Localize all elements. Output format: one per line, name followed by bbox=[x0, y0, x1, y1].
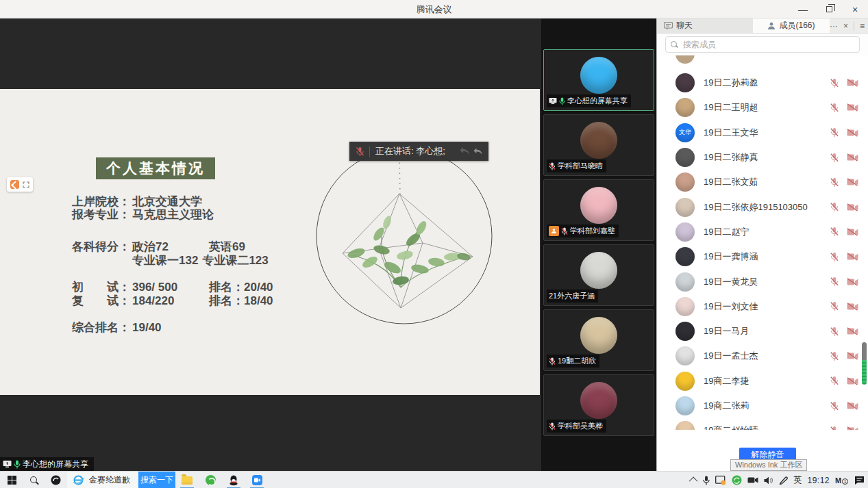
mic-muted-icon[interactable] bbox=[830, 202, 839, 212]
taskbar-app-qq[interactable] bbox=[222, 472, 245, 488]
undo-arrow-icon[interactable] bbox=[460, 146, 472, 156]
mic-muted-icon[interactable] bbox=[830, 351, 839, 361]
member-row[interactable]: 19日一黄龙昊 bbox=[657, 269, 868, 294]
member-row[interactable]: 19日二赵宁 bbox=[657, 220, 868, 244]
tray-windows-ink-icon[interactable] bbox=[779, 476, 788, 485]
news-search-button[interactable]: 搜索一下 bbox=[138, 472, 175, 488]
tab-members[interactable]: 成员(166) bbox=[753, 18, 830, 33]
camera-muted-icon[interactable] bbox=[847, 402, 858, 410]
camera-muted-icon[interactable] bbox=[847, 253, 858, 261]
tray-mic-icon[interactable] bbox=[703, 476, 710, 485]
language-indicator[interactable]: 英 bbox=[793, 474, 802, 486]
minimize-button[interactable]: — bbox=[790, 0, 816, 18]
tray-volume-icon[interactable] bbox=[764, 476, 773, 485]
panel-close-button[interactable]: × bbox=[843, 22, 848, 30]
video-tile[interactable]: 学科部刘嘉璧 bbox=[543, 179, 654, 241]
mic-muted-icon[interactable] bbox=[830, 426, 839, 430]
member-row[interactable]: 文华 19日二王文华 bbox=[657, 120, 868, 145]
tray-screenshot-icon[interactable] bbox=[715, 476, 726, 485]
video-tile[interactable]: 19翻二胡欣 bbox=[543, 309, 654, 371]
slide-line-scores: 各科得分：政治72英语69 bbox=[72, 240, 245, 253]
mic-muted-icon[interactable] bbox=[830, 401, 839, 411]
mic-muted-icon[interactable] bbox=[830, 252, 839, 262]
taskbar-clock[interactable]: 19:12 bbox=[807, 476, 830, 485]
member-row[interactable]: 19日二张文茹 bbox=[657, 170, 868, 194]
taskbar-app-meeting[interactable] bbox=[245, 472, 269, 488]
expand-icon[interactable] bbox=[23, 181, 29, 188]
camera-muted-icon[interactable] bbox=[847, 103, 858, 112]
member-status-icons bbox=[830, 202, 858, 212]
mic-muted-icon[interactable] bbox=[830, 301, 839, 311]
member-status-icons bbox=[830, 351, 858, 361]
more-button[interactable]: ··· bbox=[830, 22, 838, 30]
screen-share-icon bbox=[3, 460, 12, 468]
action-center-icon[interactable] bbox=[854, 476, 865, 485]
camera-muted-icon[interactable] bbox=[847, 178, 858, 186]
restore-button[interactable] bbox=[816, 0, 842, 18]
camera-muted-icon[interactable] bbox=[847, 228, 858, 236]
member-row[interactable]: 19商二赵怡晴 bbox=[657, 418, 868, 430]
camera-muted-icon[interactable] bbox=[847, 129, 858, 137]
member-row[interactable]: 19日一龚博涵 bbox=[657, 244, 868, 269]
member-row[interactable]: 19商二张莉 bbox=[657, 394, 868, 418]
panel-menu-button[interactable]: ≡ bbox=[860, 22, 865, 30]
member-row[interactable]: 19日二张静真 bbox=[657, 145, 868, 170]
camera-muted-icon[interactable] bbox=[847, 79, 858, 87]
member-status-icons bbox=[830, 326, 858, 337]
mic-muted-icon[interactable] bbox=[830, 127, 839, 138]
slide-line-exam1: 初 试：396/ 500排名：20/40 bbox=[72, 281, 273, 294]
start-button[interactable] bbox=[0, 472, 23, 488]
member-row[interactable]: 19日二王明超 bbox=[657, 95, 868, 120]
camera-muted-icon[interactable] bbox=[847, 352, 858, 360]
member-row[interactable]: 19日一孟士杰 bbox=[657, 344, 868, 368]
annotation-pen-icon[interactable] bbox=[10, 180, 19, 189]
member-row[interactable]: 19日二张依婷1915103050 bbox=[657, 194, 868, 219]
mic-muted-icon[interactable] bbox=[830, 277, 839, 287]
mic-muted-icon[interactable] bbox=[830, 376, 839, 386]
exam1-label: 初 试： bbox=[72, 281, 132, 294]
member-row[interactable]: 19日一马月 bbox=[657, 319, 868, 344]
member-row[interactable]: 19商二李捷 bbox=[657, 369, 868, 394]
video-tile[interactable]: 学科部马晓晴 bbox=[543, 114, 654, 176]
tray-ime-icon[interactable]: M1 bbox=[835, 476, 849, 485]
tray-camera-icon[interactable] bbox=[747, 476, 758, 484]
camera-muted-icon[interactable] bbox=[847, 426, 858, 430]
mic-muted-icon[interactable] bbox=[830, 227, 839, 237]
annotation-widget[interactable] bbox=[7, 177, 33, 192]
member-search-input[interactable] bbox=[682, 39, 854, 50]
member-row[interactable]: 19日一刘文佳 bbox=[657, 294, 868, 319]
tray-expand-button[interactable] bbox=[691, 477, 697, 483]
mic-muted-icon[interactable] bbox=[830, 153, 839, 163]
member-list[interactable]: 19日二孙莉盈 19日二王明超 bbox=[657, 55, 868, 430]
mic-muted-icon[interactable] bbox=[830, 177, 839, 188]
avatar-initials: 文华 bbox=[679, 128, 691, 137]
scrollbar[interactable] bbox=[862, 342, 867, 385]
member-row[interactable]: 19日二孙莉盈 bbox=[657, 70, 868, 95]
video-tile[interactable]: 学科部吴美桦 bbox=[543, 374, 654, 436]
camera-muted-icon[interactable] bbox=[847, 153, 858, 162]
camera-muted-icon[interactable] bbox=[847, 203, 858, 211]
mic-muted-icon[interactable] bbox=[830, 78, 839, 88]
camera-muted-icon[interactable] bbox=[847, 377, 858, 385]
taskbar-app-explorer[interactable] bbox=[175, 472, 199, 488]
redo-arrow-icon[interactable] bbox=[473, 147, 484, 156]
camera-muted-icon[interactable] bbox=[847, 327, 858, 335]
taskbar-search-button[interactable] bbox=[23, 472, 44, 488]
mic-muted-icon[interactable] bbox=[830, 326, 839, 337]
member-search-box[interactable] bbox=[665, 36, 860, 53]
tab-chat[interactable]: 聊天 bbox=[657, 18, 753, 33]
camera-muted-icon[interactable] bbox=[847, 278, 858, 286]
taskbar-news-widget[interactable]: 金赛纶道歉 bbox=[67, 472, 138, 488]
restore-icon bbox=[826, 6, 832, 12]
task-view-button[interactable] bbox=[44, 472, 67, 488]
tray-antivirus-icon[interactable] bbox=[732, 475, 742, 485]
video-tile[interactable]: 李心想的屏幕共享 bbox=[543, 49, 654, 111]
scrollbar-thumb[interactable] bbox=[862, 342, 867, 360]
mic-muted-icon[interactable] bbox=[830, 103, 839, 113]
member-name: 19商二张莉 bbox=[704, 400, 830, 412]
video-tile[interactable]: 21外六唐子涵 bbox=[543, 244, 654, 306]
close-button[interactable]: × bbox=[842, 0, 868, 18]
camera-muted-icon[interactable] bbox=[847, 303, 858, 311]
taskbar-app-browser[interactable] bbox=[199, 472, 222, 488]
news-headline[interactable]: 金赛纶道歉 bbox=[89, 474, 130, 486]
